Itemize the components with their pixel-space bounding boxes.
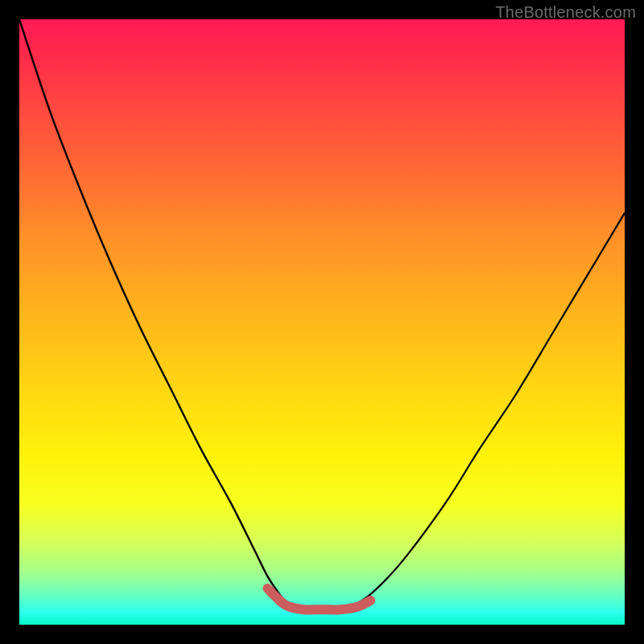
right-curve: [353, 213, 625, 607]
chart-frame: TheBottleneck.com: [0, 0, 644, 644]
flat-bottom-curve: [267, 588, 370, 610]
plot-area: [19, 19, 625, 625]
left-curve: [19, 19, 289, 606]
curve-canvas: [19, 19, 625, 625]
